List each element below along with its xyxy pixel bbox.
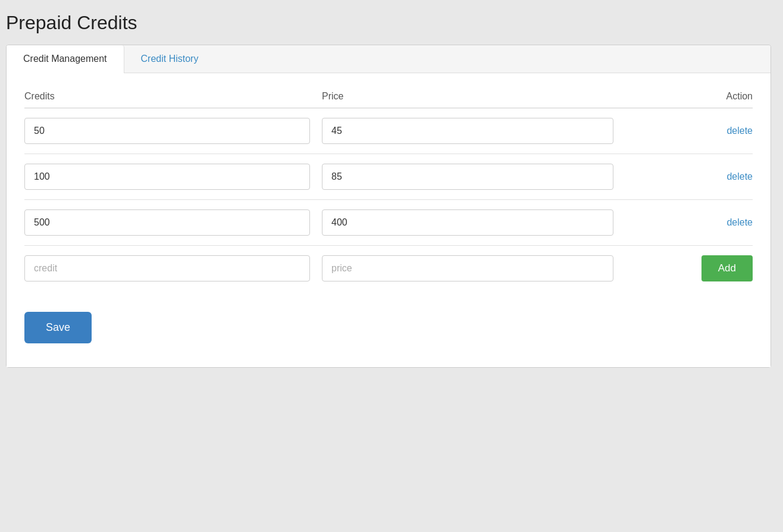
tab-credit-history[interactable]: Credit History	[124, 45, 215, 73]
credits-cell-1	[24, 118, 322, 144]
header-credits: Credits	[24, 91, 322, 102]
price-cell-3	[322, 209, 675, 236]
tab-credit-management[interactable]: Credit Management	[7, 45, 124, 73]
header-action: Action	[675, 91, 753, 102]
delete-link-3[interactable]: delete	[726, 217, 753, 227]
delete-link-1[interactable]: delete	[726, 126, 753, 136]
tab-content-credit-management: Credits Price Action delete	[7, 73, 771, 367]
price-cell-2	[322, 164, 675, 190]
credits-input-3[interactable]	[24, 209, 310, 236]
price-input-2[interactable]	[322, 164, 613, 190]
credits-input-1[interactable]	[24, 118, 310, 144]
credits-cell-2	[24, 164, 322, 190]
action-cell-2: delete	[675, 171, 753, 182]
table-row: delete	[24, 200, 753, 246]
table-row: delete	[24, 154, 753, 200]
page-title: Prepaid Credits	[6, 12, 771, 34]
table-row: delete	[24, 108, 753, 154]
new-row: Add	[24, 246, 753, 291]
add-button[interactable]: Add	[701, 255, 753, 281]
header-price: Price	[322, 91, 675, 102]
new-price-input[interactable]	[322, 255, 613, 281]
credits-table: Credits Price Action delete	[24, 91, 753, 291]
price-cell-1	[322, 118, 675, 144]
new-credits-input[interactable]	[24, 255, 310, 281]
price-input-1[interactable]	[322, 118, 613, 144]
save-section: Save	[24, 312, 753, 343]
delete-link-2[interactable]: delete	[726, 171, 753, 181]
credits-cell-3	[24, 209, 322, 236]
new-credits-cell	[24, 255, 322, 281]
table-header: Credits Price Action	[24, 91, 753, 108]
action-cell-3: delete	[675, 217, 753, 228]
new-price-cell	[322, 255, 675, 281]
action-cell-1: delete	[675, 126, 753, 136]
save-button[interactable]: Save	[24, 312, 92, 343]
tab-header: Credit Management Credit History	[7, 45, 771, 73]
credits-input-2[interactable]	[24, 164, 310, 190]
price-input-3[interactable]	[322, 209, 613, 236]
tab-container: Credit Management Credit History Credits…	[6, 45, 771, 368]
new-action-cell: Add	[675, 255, 753, 281]
